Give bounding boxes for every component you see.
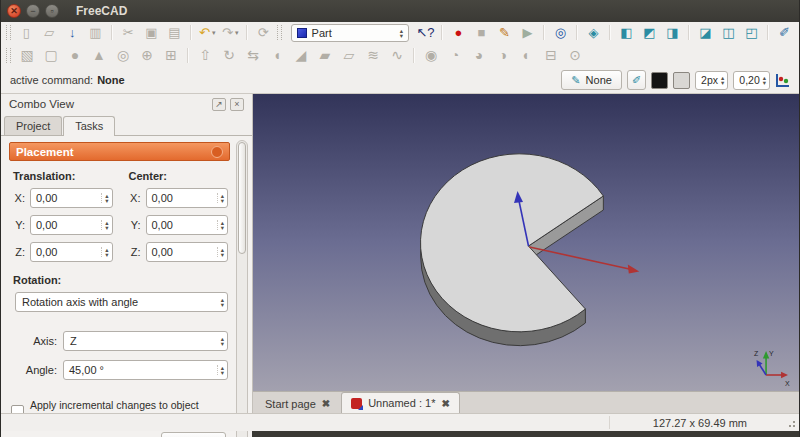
view-right-icon[interactable]: ◨: [661, 24, 684, 42]
offset-icon[interactable]: ⊙: [563, 45, 587, 65]
sweep-icon[interactable]: ∿: [385, 45, 409, 65]
macro-record-icon[interactable]: ●: [447, 24, 470, 42]
scrollbar-thumb[interactable]: [238, 142, 246, 254]
save-file-icon[interactable]: ↓: [61, 24, 84, 42]
print-icon[interactable]: ▥: [84, 24, 107, 42]
view-bottom-icon[interactable]: ◫: [717, 24, 740, 42]
window-maximize-button[interactable]: ▫: [45, 4, 59, 18]
reset-button[interactable]: Reset: [161, 432, 226, 437]
toolbar-drag-handle[interactable]: [277, 25, 282, 40]
combo-view-title: Combo View: [9, 98, 74, 110]
view-fit-all-icon[interactable]: ◎: [549, 24, 572, 42]
line-color-swatch[interactable]: [651, 72, 668, 89]
line-width-spinbox[interactable]: 2px ▴▾: [695, 71, 728, 90]
toolbar-drag-handle[interactable]: [6, 25, 11, 40]
combo-view-header: Combo View ↗ ×: [1, 94, 252, 114]
translation-x-field[interactable]: 0,00▴▾: [30, 188, 113, 208]
axis-x-label: X: [785, 380, 790, 387]
panel-float-icon[interactable]: ↗: [212, 98, 226, 111]
window-close-button[interactable]: ✕: [7, 4, 21, 18]
command-bar: active command: None ✎ None ✐ 2px ▴▾ 0,2…: [1, 67, 799, 94]
pen-icon: ✐: [632, 74, 641, 87]
cross-sections-icon[interactable]: ⊟: [539, 45, 563, 65]
revolve-icon[interactable]: ↻: [217, 45, 241, 65]
draw-style-none-button[interactable]: ✎ None: [561, 70, 622, 90]
resize-grip[interactable]: [785, 417, 797, 429]
color-plot-icon[interactable]: [775, 73, 790, 88]
cut-icon[interactable]: ✂: [117, 24, 140, 42]
angle-field[interactable]: 45,00 ° ▴▾: [63, 360, 228, 380]
boolean-common-icon[interactable]: ◑: [491, 45, 515, 65]
rotation-mode-select[interactable]: Rotation axis with angle ▴▾: [15, 292, 228, 312]
view-top-icon[interactable]: ◩: [638, 24, 661, 42]
tasks-scrollbar[interactable]: [236, 140, 248, 437]
dropdown-arrows-icon: ▴▾: [400, 28, 403, 38]
view-front-icon[interactable]: ◧: [615, 24, 638, 42]
placement-help-icon[interactable]: [211, 146, 223, 158]
section-icon[interactable]: ◐: [515, 45, 539, 65]
part-cylinder-icon[interactable]: ▢: [39, 45, 63, 65]
undo-icon[interactable]: ↶▾: [196, 24, 219, 42]
part-box-icon[interactable]: ▧: [15, 45, 39, 65]
spin-arrows-icon[interactable]: ▴▾: [721, 75, 724, 85]
tab-close-icon: ✖: [441, 398, 449, 409]
workbench-selector[interactable]: Part ▴▾: [291, 24, 409, 42]
shape-builder-icon[interactable]: ⊞: [159, 45, 183, 65]
macro-stop-icon[interactable]: ■: [470, 24, 493, 42]
center-x-field[interactable]: 0,00▴▾: [146, 188, 229, 208]
spin-arrows-icon[interactable]: ▴▾: [763, 75, 766, 85]
axis-label: Axis:: [21, 335, 57, 347]
paste-icon[interactable]: ▤: [163, 24, 186, 42]
part-cone-icon[interactable]: ▲: [87, 45, 111, 65]
make-face-icon[interactable]: ▰: [313, 45, 337, 65]
panel-close-icon[interactable]: ×: [230, 98, 244, 111]
refresh-icon[interactable]: ⟳: [252, 24, 275, 42]
open-file-icon[interactable]: ▱: [38, 24, 61, 42]
boolean-icon[interactable]: ◉: [419, 45, 443, 65]
chamfer-icon[interactable]: ◢: [289, 45, 313, 65]
tab-tasks[interactable]: Tasks: [63, 116, 115, 136]
active-command-label: active command:: [10, 74, 93, 86]
center-y-field[interactable]: 0,00▴▾: [146, 215, 229, 235]
whats-this-icon[interactable]: ↖?: [414, 24, 437, 42]
tasks-panel: Placement Translation: X:0,00▴▾Y:0,00▴▾Z…: [1, 135, 252, 437]
translation-z-field[interactable]: 0,00▴▾: [30, 242, 113, 262]
macro-play-icon[interactable]: ▶: [516, 24, 539, 42]
draw-style-dropdown-button[interactable]: ✐: [627, 70, 646, 90]
tab-project[interactable]: Project: [4, 116, 62, 135]
measure-icon[interactable]: ✐: [773, 24, 796, 42]
fillet-icon[interactable]: ◖: [265, 45, 289, 65]
view-rear-icon[interactable]: ◪: [694, 24, 717, 42]
placement-section-header[interactable]: Placement: [9, 142, 230, 161]
boolean-cut-icon[interactable]: ◔: [443, 45, 467, 65]
3d-scene: Z Y X: [253, 94, 799, 391]
angle-label: Angle:: [21, 364, 57, 376]
center-z-field[interactable]: 0,00▴▾: [146, 242, 229, 262]
toolbar-drag-handle[interactable]: [6, 48, 11, 63]
view-left-icon[interactable]: ◰: [740, 24, 763, 42]
redo-icon[interactable]: ↷▾: [219, 24, 242, 42]
freecad-window: ✕ − ▫ FreeCAD ▯▱↓▥✂▣▤↶▾↷▾⟳ Part ▴▾ ↖?●■✎…: [0, 0, 800, 437]
3d-viewport[interactable]: Z Y X: [253, 94, 799, 391]
transparency-spinbox[interactable]: 0,20 ▴▾: [733, 71, 770, 90]
macro-edit-icon[interactable]: ✎: [493, 24, 516, 42]
toolbar-separator: [187, 48, 189, 63]
part-sphere-icon[interactable]: ●: [63, 45, 87, 65]
axis-select[interactable]: Z ▴▾: [63, 331, 228, 351]
face-color-swatch[interactable]: [673, 72, 690, 89]
loft-icon[interactable]: ≋: [361, 45, 385, 65]
extrude-icon[interactable]: ⇧: [193, 45, 217, 65]
center-label: Center:: [129, 170, 229, 182]
part-torus-icon[interactable]: ◎: [111, 45, 135, 65]
copy-icon[interactable]: ▣: [140, 24, 163, 42]
tab-start-page[interactable]: Start page✖: [256, 394, 339, 413]
tab-unnamed-document[interactable]: Unnamed : 1*✖: [341, 392, 460, 413]
new-file-icon[interactable]: ▯: [15, 24, 38, 42]
window-minimize-button[interactable]: −: [26, 4, 40, 18]
view-axonometric-icon[interactable]: ◈: [582, 24, 605, 42]
part-primitives-icon[interactable]: ⊕: [135, 45, 159, 65]
ruled-surface-icon[interactable]: ▱: [337, 45, 361, 65]
mirror-icon[interactable]: ⇆: [241, 45, 265, 65]
boolean-union-icon[interactable]: ◕: [467, 45, 491, 65]
translation-y-field[interactable]: 0,00▴▾: [30, 215, 113, 235]
